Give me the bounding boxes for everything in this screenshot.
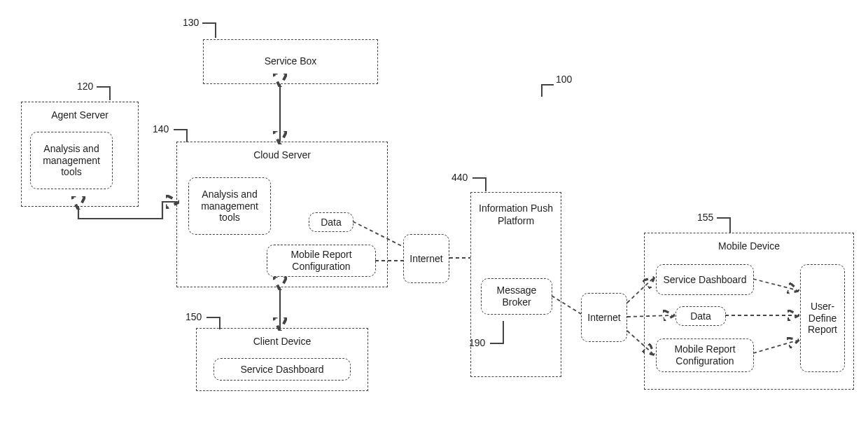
wires xyxy=(0,0,868,438)
svg-line-8 xyxy=(627,331,652,353)
svg-line-11 xyxy=(753,341,797,353)
svg-line-2 xyxy=(353,221,403,247)
diagram-canvas: 100 120 130 140 150 440 190 155 Agent Se… xyxy=(0,0,868,438)
svg-line-7 xyxy=(627,315,672,317)
svg-line-9 xyxy=(753,279,797,290)
svg-line-5 xyxy=(552,296,581,314)
svg-line-6 xyxy=(627,279,652,303)
